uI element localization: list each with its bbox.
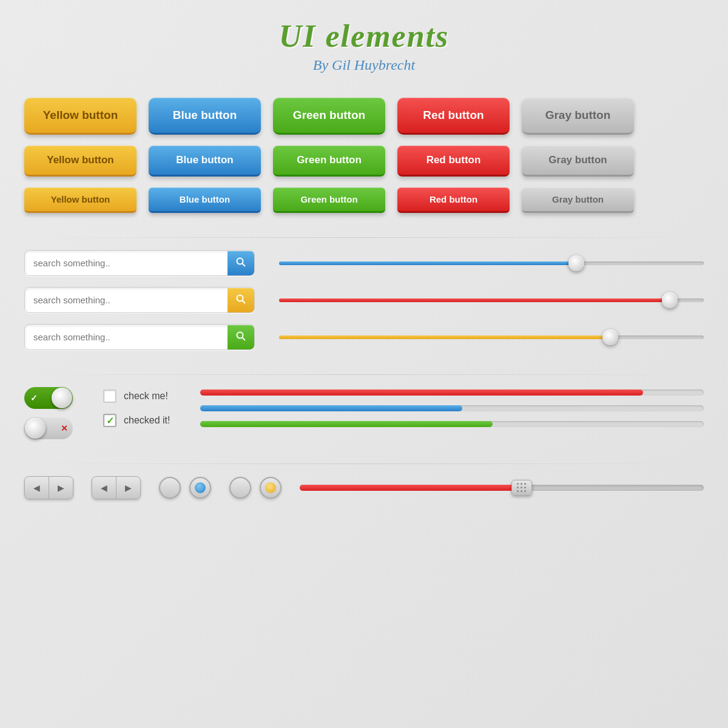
button-row-1: Yellow button Blue button Green button R…: [24, 98, 704, 135]
toggles-col: ✓ ✕: [24, 387, 73, 439]
nav-arrows-2: ◀ ▶: [92, 476, 141, 499]
slider-fill-blue: [279, 261, 576, 265]
search-box-2: [24, 287, 255, 313]
slider-yellow[interactable]: [279, 328, 704, 346]
radio-inner-blue: [195, 482, 206, 493]
slider-grip: [517, 483, 527, 493]
svg-line-3: [243, 300, 246, 303]
main-slider-thumb[interactable]: [511, 480, 532, 496]
progress-fill-green: [200, 421, 492, 427]
nav-prev-1[interactable]: ◀: [25, 477, 49, 499]
radio-group-1: [159, 477, 211, 499]
red-button-md[interactable]: Red button: [397, 146, 510, 177]
main-slider[interactable]: [300, 479, 704, 497]
svg-point-2: [237, 295, 243, 301]
search-input-2[interactable]: [25, 288, 228, 312]
nav-next-1[interactable]: ▶: [49, 477, 73, 499]
nav-section: ◀ ▶ ◀ ▶: [24, 476, 704, 499]
radio-group-2: [229, 477, 281, 499]
green-button-lg[interactable]: Green button: [273, 98, 385, 135]
checkboxes-col: check me! ✓ checked it!: [103, 389, 170, 427]
yellow-button-sm[interactable]: Yellow button: [24, 187, 136, 213]
toggle-on-icon: ✓: [30, 393, 38, 403]
green-button-md[interactable]: Green button: [273, 146, 385, 177]
search-row-1: [24, 250, 704, 276]
search-row-3: [24, 324, 704, 350]
slider-thumb-1[interactable]: [568, 255, 584, 271]
radio-yellow-selected[interactable]: [260, 477, 281, 499]
title-area: UI elements By Gil Huybrecht: [24, 18, 704, 73]
slider-blue[interactable]: [279, 254, 704, 272]
slider-fill-red: [279, 298, 670, 302]
yellow-button-lg[interactable]: Yellow button: [24, 98, 136, 135]
green-button-sm[interactable]: Green button: [273, 187, 385, 213]
nav-arrows-1: ◀ ▶: [24, 476, 73, 499]
search-button-blue[interactable]: [228, 251, 254, 275]
yellow-button-md[interactable]: Yellow button: [24, 146, 136, 177]
svg-line-1: [243, 263, 246, 266]
page-wrapper: UI elements By Gil Huybrecht Yellow butt…: [0, 0, 728, 728]
search-section: [24, 250, 704, 350]
slider-track-1: [279, 261, 704, 265]
search-button-green[interactable]: [228, 325, 254, 349]
checkbox-row-1: check me!: [103, 389, 170, 403]
search-box-3: [24, 324, 255, 350]
slider-track-2: [279, 298, 704, 302]
blue-button-md[interactable]: Blue button: [149, 146, 261, 177]
toggle-off[interactable]: ✕: [24, 417, 73, 439]
controls-section: ✓ ✕ check me! ✓ checked it!: [24, 387, 704, 439]
gray-button-lg[interactable]: Gray button: [522, 98, 634, 135]
toggle-off-icon: ✕: [61, 423, 68, 433]
checkbox-checked[interactable]: ✓: [103, 414, 116, 427]
button-row-3: Yellow button Blue button Green button R…: [24, 187, 704, 213]
gray-button-sm[interactable]: Gray button: [522, 187, 634, 213]
svg-line-5: [243, 337, 246, 340]
button-row-2: Yellow button Blue button Green button R…: [24, 146, 704, 177]
red-button-sm[interactable]: Red button: [397, 187, 510, 213]
slider-track-3: [279, 335, 704, 339]
search-input-3[interactable]: [25, 325, 228, 349]
search-box-1: [24, 250, 255, 276]
progress-bars-col: [200, 389, 704, 427]
nav-next-2[interactable]: ▶: [116, 477, 140, 499]
divider-1: [24, 237, 704, 238]
red-button-lg[interactable]: Red button: [397, 98, 510, 135]
main-slider-fill: [300, 485, 522, 491]
toggle-on-knob: [52, 388, 72, 408]
radio-inner-yellow: [265, 482, 276, 493]
progress-track-blue: [200, 405, 704, 411]
progress-fill-red: [200, 389, 643, 396]
buttons-section: Yellow button Blue button Green button R…: [24, 98, 704, 213]
search-input-1[interactable]: [25, 251, 228, 275]
progress-fill-blue: [200, 405, 462, 411]
checkmark-icon: ✓: [106, 415, 114, 426]
blue-button-lg[interactable]: Blue button: [149, 98, 261, 135]
divider-3: [24, 463, 704, 464]
slider-thumb-3[interactable]: [602, 329, 618, 345]
search-icon-blue: [236, 257, 246, 267]
checkbox-row-2: ✓ checked it!: [103, 414, 170, 427]
toggle-off-knob: [25, 418, 46, 439]
checkbox-label-1: check me!: [124, 391, 168, 402]
svg-point-4: [237, 332, 243, 338]
search-button-yellow[interactable]: [228, 288, 254, 312]
progress-track-red: [200, 389, 704, 396]
search-icon-green: [236, 331, 246, 341]
search-row-2: [24, 287, 704, 313]
main-slider-track: [300, 485, 704, 491]
blue-button-sm[interactable]: Blue button: [149, 187, 261, 213]
gray-button-md[interactable]: Gray button: [522, 146, 634, 177]
checkbox-label-2: checked it!: [124, 415, 170, 426]
slider-fill-yellow: [279, 335, 610, 339]
slider-thumb-2[interactable]: [662, 292, 678, 308]
radio-blue-selected[interactable]: [189, 477, 211, 499]
subtitle: By Gil Huybrecht: [24, 57, 704, 73]
radio-empty-1[interactable]: [159, 477, 181, 499]
progress-track-green: [200, 421, 704, 427]
search-icon-yellow: [236, 294, 246, 304]
checkbox-unchecked[interactable]: [103, 389, 116, 403]
toggle-on[interactable]: ✓: [24, 387, 73, 409]
slider-red[interactable]: [279, 291, 704, 309]
nav-prev-2[interactable]: ◀: [92, 477, 116, 499]
radio-empty-2[interactable]: [229, 477, 251, 499]
